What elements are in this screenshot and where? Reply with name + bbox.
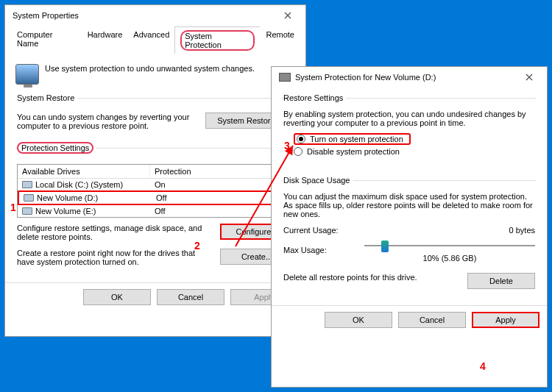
system-restore-group: System Restore You can undo system chang… [15, 93, 295, 135]
ok-button[interactable]: OK [83, 289, 151, 305]
radio-turn-on[interactable]: Turn on system protection [294, 133, 411, 145]
cancel-button[interactable]: Cancel [398, 312, 466, 328]
protection-settings-legend: Protection Settings [17, 142, 96, 154]
tab-system-protection[interactable]: System Protection [174, 26, 261, 54]
max-usage-slider[interactable] [364, 239, 535, 252]
dialog-footer: OK Cancel Apply [5, 282, 305, 311]
dialog-body: Restore Settings By enabling system prot… [272, 88, 547, 305]
titlebar[interactable]: System Properties [5, 5, 305, 26]
drive-icon [24, 194, 34, 202]
delete-button[interactable]: Delete [467, 273, 535, 289]
disk-space-usage-group: Disk Space Usage You can adjust the maxi… [282, 176, 537, 293]
drives-table: Available Drives Protection Local Disk (… [17, 164, 294, 218]
current-usage-value: 0 bytes [509, 226, 535, 235]
col-available-drives: Available Drives [18, 165, 150, 178]
system-restore-legend: System Restore [17, 93, 77, 102]
protection-description: Use system protection to undo unwanted s… [45, 64, 255, 73]
create-text: Create a restore point right now for the… [17, 249, 213, 266]
tabs: Computer Name Hardware Advanced System P… [11, 26, 300, 54]
tab-advanced[interactable]: Advanced [127, 26, 175, 54]
radio-disable[interactable]: Disable system protection [294, 147, 535, 156]
dialog-footer: OK Cancel Apply [272, 305, 547, 334]
restore-settings-legend: Restore Settings [283, 93, 346, 102]
apply-button[interactable]: Apply [472, 312, 539, 328]
cancel-button[interactable]: Cancel [157, 289, 224, 305]
drive-icon [22, 181, 32, 188]
radio-icon [297, 135, 305, 143]
drive-icon [279, 73, 291, 82]
disk-space-text: You can adjust the maximum disk space us… [283, 192, 535, 218]
radio-icon [294, 147, 302, 156]
ok-button[interactable]: OK [325, 312, 392, 328]
tab-body: Use system protection to undo unwanted s… [5, 54, 305, 282]
close-icon[interactable] [514, 68, 544, 86]
max-usage-label: Max Usage: [283, 246, 350, 254]
window-title: System Protection for New Volume (D:) [295, 73, 436, 82]
configure-text: Configure restore settings, manage disk … [17, 224, 213, 241]
slider-value-text: 10% (5.86 GB) [364, 254, 535, 263]
drive-icon [22, 207, 32, 215]
restore-settings-group: Restore Settings By enabling system prot… [282, 93, 537, 168]
current-usage-label: Current Usage: [283, 226, 350, 235]
tab-hardware[interactable]: Hardware [82, 26, 129, 54]
tab-computer-name[interactable]: Computer Name [11, 26, 82, 54]
disk-space-legend: Disk Space Usage [283, 176, 353, 185]
protection-settings-group: Protection Settings Available Drives Pro… [15, 142, 295, 271]
restore-settings-text: By enabling system protection, you can u… [283, 110, 535, 127]
table-row[interactable]: New Volume (E:) Off [18, 205, 293, 217]
system-protection-drive-window: System Protection for New Volume (D:) Re… [271, 66, 548, 388]
table-row-selected[interactable]: New Volume (D:) Off [18, 190, 293, 205]
titlebar[interactable]: System Protection for New Volume (D:) [272, 67, 547, 88]
slider-thumb-icon[interactable] [381, 240, 389, 252]
window-title: System Properties [13, 11, 79, 20]
table-row[interactable]: Local Disk (C:) (System) On [18, 179, 293, 190]
shield-monitor-icon [15, 64, 39, 85]
close-icon[interactable] [273, 7, 302, 24]
delete-restore-points-text: Delete all restore points for this drive… [283, 273, 460, 282]
system-properties-window: System Properties Computer Name Hardware… [4, 4, 306, 337]
system-restore-text: You can undo system changes by reverting… [17, 113, 198, 130]
tab-remote[interactable]: Remote [260, 26, 300, 54]
